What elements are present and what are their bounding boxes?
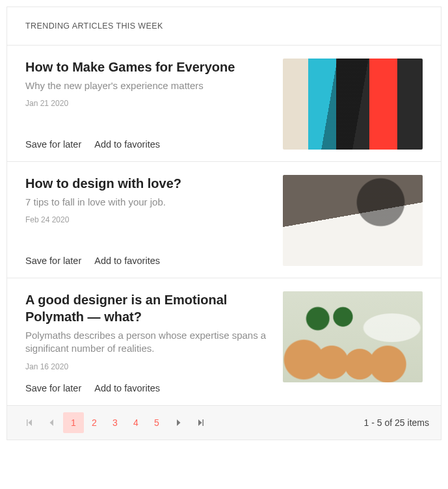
pager-last-button[interactable] [191,412,211,433]
chevron-right-icon [176,419,182,427]
pager-first-button[interactable] [19,412,40,433]
article-actions: Save for laterAdd to favorites [25,127,270,150]
pager-prev-button[interactable] [41,412,62,433]
article-item[interactable]: How to design with love?7 tips to fall i… [7,162,441,278]
pager-page-4[interactable]: 4 [125,412,146,433]
add-to-favorites-button[interactable]: Add to favorites [94,383,160,393]
article-date: Feb 24 2020 [25,215,270,224]
save-for-later-button[interactable]: Save for later [25,139,81,150]
article-title: How to design with love? [25,175,270,192]
article-content: A good designer is an Emotional Polymath… [25,291,270,393]
pager-page-3[interactable]: 3 [105,412,125,433]
pager-next-button[interactable] [168,412,189,433]
article-title: A good designer is an Emotional Polymath… [25,291,270,325]
article-subtitle: Polymaths describes a person whose exper… [25,329,270,356]
pager-page-5[interactable]: 5 [146,412,167,433]
pager: 12345 1 - 5 of 25 items [7,406,441,440]
article-date: Jan 21 2020 [25,99,270,108]
article-date: Jan 16 2020 [25,362,270,371]
save-for-later-button[interactable]: Save for later [25,256,81,266]
article-content: How to design with love?7 tips to fall i… [25,175,270,266]
add-to-favorites-button[interactable]: Add to favorites [94,256,160,266]
article-thumb-polymath [283,291,423,382]
pager-info: 1 - 5 of 25 items [364,417,429,428]
article-actions: Save for laterAdd to favorites [25,244,270,266]
pager-nav: 12345 [19,412,211,433]
pager-page-1[interactable]: 1 [63,412,84,433]
article-thumb-games [283,59,423,150]
save-for-later-button[interactable]: Save for later [25,383,81,393]
article-subtitle: 7 tips to fall in love with your job. [25,196,270,209]
seek-last-icon [197,419,205,427]
chevron-left-icon [48,419,55,427]
trending-articles-list: TRENDING ARTICLES THIS WEEK How to Make … [7,7,441,440]
add-to-favorites-button[interactable]: Add to favorites [94,139,160,150]
article-thumb-design [283,175,423,266]
pager-page-2[interactable]: 2 [84,412,105,433]
list-header: TRENDING ARTICLES THIS WEEK [7,7,441,46]
article-subtitle: Why the new player's experience matters [25,79,270,92]
article-item[interactable]: How to Make Games for EveryoneWhy the ne… [7,46,441,162]
article-content: How to Make Games for EveryoneWhy the ne… [25,59,270,150]
article-actions: Save for laterAdd to favorites [25,371,270,393]
article-item[interactable]: A good designer is an Emotional Polymath… [7,278,441,406]
seek-first-icon [25,419,33,427]
article-title: How to Make Games for Everyone [25,59,270,75]
list-header-title: TRENDING ARTICLES THIS WEEK [25,21,163,31]
